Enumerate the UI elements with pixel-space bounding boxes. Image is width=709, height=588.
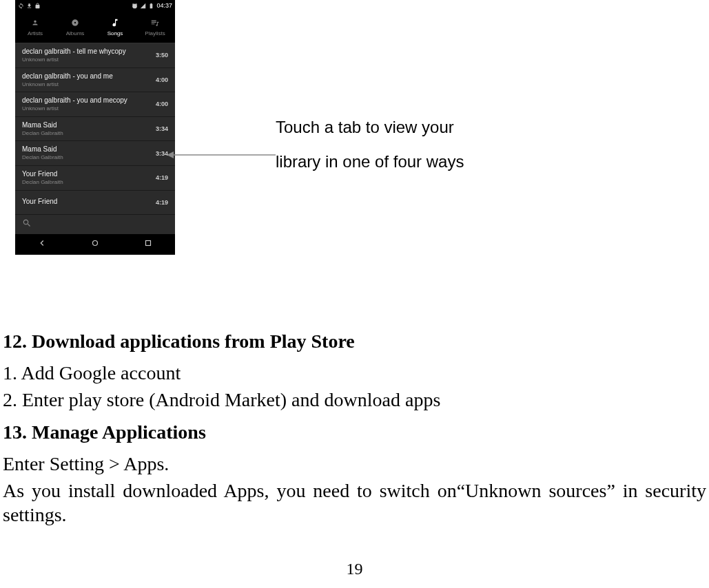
song-duration: 3:34	[156, 125, 168, 132]
download-icon	[26, 3, 32, 9]
svg-rect-3	[146, 241, 151, 246]
song-title: Your Friend	[22, 198, 57, 206]
list-item[interactable]: Your Friend Declan Galbraith 4:19	[15, 166, 175, 191]
music-tabs: Artists Albums Songs Playlists	[15, 11, 175, 43]
song-artist: Declan Galbraith	[22, 130, 63, 137]
song-title: declan galbraith - you and me	[22, 72, 113, 81]
callout-line: library in one of four ways	[276, 145, 464, 179]
list-item[interactable]: Mama Said Declan Galbraith 3:34	[15, 141, 175, 166]
callout-line: Touch a tab to view your	[276, 110, 464, 145]
tab-playlists[interactable]: Playlists	[135, 11, 175, 43]
signal-icon	[140, 3, 146, 9]
song-title: Mama Said	[22, 121, 63, 129]
svg-point-2	[92, 241, 97, 246]
document-body: 12. Download applications from Play Stor…	[0, 330, 709, 529]
song-duration: 4:19	[156, 199, 168, 206]
body-text: Enter Setting > Apps.	[3, 452, 706, 476]
list-item[interactable]: Mama Said Declan Galbraith 3:34	[15, 117, 175, 142]
song-duration: 4:00	[156, 101, 168, 107]
song-title: Your Friend	[22, 170, 63, 178]
tab-songs[interactable]: Songs	[95, 11, 135, 43]
android-nav-bar	[15, 234, 175, 255]
tab-label: Albums	[66, 30, 85, 36]
list-item[interactable]: declan galbraith - you and me Unknown ar…	[15, 68, 175, 93]
home-button[interactable]	[90, 238, 100, 250]
callout-text: Touch a tab to view your library in one …	[276, 110, 464, 180]
tab-albums[interactable]: Albums	[55, 11, 95, 43]
back-button[interactable]	[37, 238, 47, 250]
svg-marker-5	[167, 151, 174, 158]
battery-icon	[148, 3, 154, 9]
list-item[interactable]: declan galbraith - tell me whycopy Unkno…	[15, 43, 175, 68]
song-title: declan galbraith - you and mecopy	[22, 96, 127, 105]
body-text: As you install downloaded Apps, you need…	[3, 479, 706, 527]
song-artist: Unknown artist	[22, 105, 127, 112]
artist-icon	[30, 18, 40, 29]
page-number: 19	[0, 560, 709, 578]
step-text: 1. Add Google account	[3, 361, 706, 385]
phone-screenshot: 04:37 Artists Albums Songs	[15, 0, 175, 255]
svg-point-1	[74, 21, 76, 23]
list-item[interactable]: declan galbraith - you and mecopy Unknow…	[15, 92, 175, 117]
search-icon	[22, 218, 32, 231]
song-artist: Unknown artist	[22, 81, 113, 88]
tab-artists[interactable]: Artists	[15, 11, 55, 43]
sync-icon	[18, 3, 24, 9]
song-title: declan galbraith - tell me whycopy	[22, 48, 126, 56]
songs-icon	[110, 18, 120, 29]
playlist-icon	[150, 18, 160, 29]
song-duration: 4:00	[156, 76, 168, 83]
song-artist: Declan Galbraith	[22, 154, 63, 161]
heading-13: 13. Manage Applications	[3, 421, 706, 443]
status-bar: 04:37	[15, 0, 175, 11]
heading-12: 12. Download applications from Play Stor…	[3, 330, 706, 353]
song-title: Mama Said	[22, 145, 63, 154]
lock-icon	[34, 3, 41, 9]
tab-label: Artists	[28, 30, 43, 36]
song-list: declan galbraith - tell me whycopy Unkno…	[15, 43, 175, 234]
album-icon	[70, 18, 80, 29]
callout-arrow	[167, 150, 276, 160]
song-artist: Declan Galbraith	[22, 179, 63, 186]
song-duration: 4:19	[156, 174, 168, 181]
step-text: 2. Enter play store (Android Market) and…	[3, 388, 706, 412]
tab-label: Songs	[107, 30, 123, 36]
recent-button[interactable]	[143, 238, 153, 250]
search-row[interactable]	[15, 215, 175, 234]
status-time: 04:37	[156, 2, 172, 9]
tab-label: Playlists	[145, 30, 165, 36]
list-item[interactable]: Your Friend 4:19	[15, 191, 175, 215]
song-artist: Unknown artist	[22, 56, 126, 63]
alarm-icon	[132, 3, 138, 9]
song-duration: 3:50	[156, 52, 168, 59]
